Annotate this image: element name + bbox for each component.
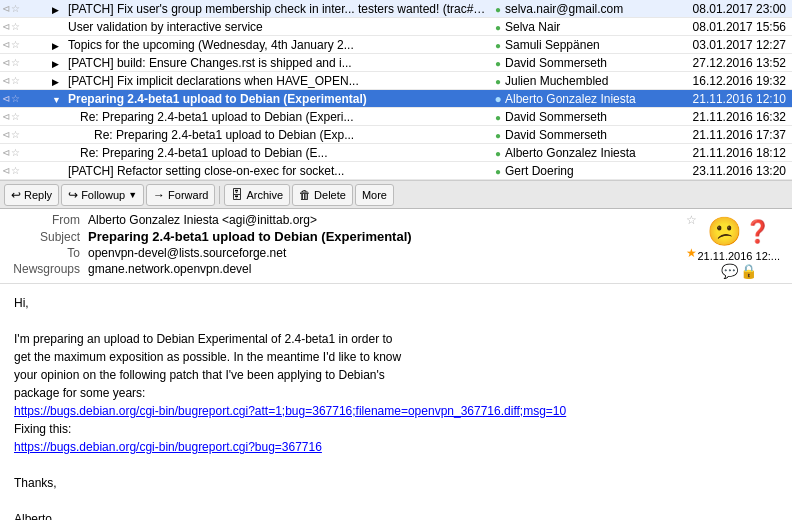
star-icon[interactable]: ☆ bbox=[11, 75, 20, 86]
from-label: From bbox=[8, 213, 88, 227]
email-row[interactable]: ⊲ ☆ ▶ [PATCH] Fix user's group membershi… bbox=[0, 0, 792, 18]
to-row: To openvpn-devel@lists.sourceforge.net ★ bbox=[8, 246, 697, 260]
body-thanks: Thanks, bbox=[14, 474, 778, 492]
row-flags: ⊲ ☆ bbox=[2, 165, 52, 176]
forward-button[interactable]: → Forward bbox=[146, 184, 215, 206]
email-sender: David Sommerseth bbox=[505, 110, 670, 124]
email-row[interactable]: ⊲ ☆ Re: Preparing 2.4-beta1 upload to De… bbox=[0, 144, 792, 162]
read-dot: ● bbox=[491, 128, 505, 142]
flag-icon: ⊲ bbox=[2, 3, 10, 14]
email-row[interactable]: ⊲ ☆ ▶ Topics for the upcoming (Wednesday… bbox=[0, 36, 792, 54]
followup-dropdown-arrow[interactable]: ▼ bbox=[128, 190, 137, 200]
more-button[interactable]: More bbox=[355, 184, 394, 206]
star-icon[interactable]: ☆ bbox=[11, 129, 20, 140]
flag-icon: ⊲ bbox=[2, 93, 10, 104]
expand-btn[interactable]: ▶ bbox=[52, 74, 66, 88]
row-flags: ⊲ ☆ bbox=[2, 21, 52, 32]
email-date: 21.11.2016 17:37 bbox=[670, 128, 790, 142]
delete-button[interactable]: 🗑 Delete bbox=[292, 184, 353, 206]
email-row-selected[interactable]: ⊲ ☆ ▼ Preparing 2.4-beta1 upload to Debi… bbox=[0, 90, 792, 108]
newsgroups-value: gmane.network.openvpn.devel bbox=[88, 262, 697, 276]
subject-label: Subject bbox=[8, 230, 88, 244]
star-icon[interactable]: ☆ bbox=[11, 21, 20, 32]
star-icon[interactable]: ☆ bbox=[11, 93, 20, 104]
star-icon[interactable]: ☆ bbox=[11, 3, 20, 14]
row-flags: ⊲ ☆ bbox=[2, 93, 52, 104]
flag-icon: ⊲ bbox=[2, 21, 10, 32]
email-subject: User validation by interactive service bbox=[66, 20, 491, 34]
star-icon[interactable]: ☆ bbox=[11, 39, 20, 50]
email-date: 16.12.2016 19:32 bbox=[670, 74, 790, 88]
email-row[interactable]: ⊲ ☆ User validation by interactive servi… bbox=[0, 18, 792, 36]
email-subject: Preparing 2.4-beta1 upload to Debian (Ex… bbox=[66, 92, 491, 106]
body-signature: Alberto bbox=[14, 510, 778, 520]
email-date: 08.01.2017 15:56 bbox=[670, 20, 790, 34]
subject-value: Preparing 2.4-beta1 upload to Debian (Ex… bbox=[88, 229, 697, 244]
body-link2[interactable]: https://bugs.debian.org/cgi-bin/bugrepor… bbox=[14, 440, 322, 454]
email-sender: Alberto Gonzalez Iniesta bbox=[505, 146, 670, 160]
reply-icon: ↩ bbox=[11, 188, 21, 202]
subject-row: Subject Preparing 2.4-beta1 upload to De… bbox=[8, 229, 697, 244]
archive-icon: 🗄 bbox=[231, 188, 243, 202]
star-icon[interactable]: ☆ bbox=[11, 147, 20, 158]
body-para1: I'm preparing an upload to Debian Experi… bbox=[14, 330, 778, 402]
read-dot: ● bbox=[491, 56, 505, 70]
flag-icon: ⊲ bbox=[2, 147, 10, 158]
from-row: From Alberto Gonzalez Iniesta <agi@initt… bbox=[8, 213, 697, 227]
emoji-question-icon: ❓ bbox=[744, 219, 771, 245]
newsgroups-label: Newsgroups bbox=[8, 262, 88, 276]
reply-button[interactable]: ↩ Reply bbox=[4, 184, 59, 206]
email-row[interactable]: ⊲ ☆ Re: Preparing 2.4-beta1 upload to De… bbox=[0, 108, 792, 126]
read-dot: ● bbox=[491, 20, 505, 34]
expand-btn[interactable]: ▶ bbox=[52, 38, 66, 52]
email-emoji-area: 😕 ❓ 21.11.2016 12:... 💬 🔒 bbox=[697, 215, 780, 279]
row-flags: ⊲ ☆ bbox=[2, 111, 52, 122]
flag-icon: ⊲ bbox=[2, 111, 10, 122]
flag-icon: ⊲ bbox=[2, 57, 10, 68]
email-date: 27.12.2016 13:52 bbox=[670, 56, 790, 70]
email-date: 08.01.2017 23:00 bbox=[670, 2, 790, 16]
email-subject: [PATCH] Refactor setting close-on-exec f… bbox=[66, 164, 491, 178]
email-sender: Alberto Gonzalez Iniesta bbox=[505, 92, 670, 106]
email-row[interactable]: ⊲ ☆ ▶ [PATCH] Fix implicit declarations … bbox=[0, 72, 792, 90]
email-sender: Samuli Seppänen bbox=[505, 38, 670, 52]
email-row[interactable]: ⊲ ☆ Re: Preparing 2.4-beta1 upload to De… bbox=[0, 126, 792, 144]
expand-btn[interactable]: ▼ bbox=[52, 92, 66, 106]
email-subject: Re: Preparing 2.4-beta1 upload to Debian… bbox=[66, 146, 491, 160]
email-toolbar: ↩ Reply ↪ Followup ▼ → Forward 🗄 Archive… bbox=[0, 181, 792, 209]
expand-btn[interactable]: ▶ bbox=[52, 2, 66, 16]
read-dot: ● bbox=[491, 164, 505, 178]
star-icon[interactable]: ☆ bbox=[11, 111, 20, 122]
star-icon[interactable]: ☆ bbox=[11, 165, 20, 176]
to-star-icon: ★ bbox=[686, 246, 697, 260]
email-row[interactable]: ⊲ ☆ [PATCH] Refactor setting close-on-ex… bbox=[0, 162, 792, 180]
to-value: openvpn-devel@lists.sourceforge.net bbox=[88, 246, 686, 260]
emoji-small-icon1: 💬 bbox=[721, 263, 738, 279]
email-subject: Re: Preparing 2.4-beta1 upload to Debian… bbox=[66, 110, 491, 124]
archive-button[interactable]: 🗄 Archive bbox=[224, 184, 290, 206]
newsgroups-row: Newsgroups gmane.network.openvpn.devel bbox=[8, 262, 697, 276]
flag-icon: ⊲ bbox=[2, 75, 10, 86]
email-body: Hi, I'm preparing an upload to Debian Ex… bbox=[0, 284, 792, 520]
delete-icon: 🗑 bbox=[299, 188, 311, 202]
read-dot: ● bbox=[491, 92, 505, 106]
read-dot: ● bbox=[491, 110, 505, 124]
delete-label: Delete bbox=[314, 189, 346, 201]
from-star-icon[interactable]: ☆ bbox=[686, 213, 697, 227]
email-subject: [PATCH] Fix user's group membership chec… bbox=[66, 2, 491, 16]
star-icon[interactable]: ☆ bbox=[11, 57, 20, 68]
followup-button[interactable]: ↪ Followup ▼ bbox=[61, 184, 144, 206]
email-list: ⊲ ☆ ▶ [PATCH] Fix user's group membershi… bbox=[0, 0, 792, 181]
email-header: From Alberto Gonzalez Iniesta <agi@initt… bbox=[0, 209, 792, 284]
email-row[interactable]: ⊲ ☆ ▶ [PATCH] build: Ensure Changes.rst … bbox=[0, 54, 792, 72]
flag-icon: ⊲ bbox=[2, 165, 10, 176]
date-display: 21.11.2016 12:... bbox=[697, 250, 780, 262]
expand-btn[interactable]: ▶ bbox=[52, 56, 66, 70]
forward-label: Forward bbox=[168, 189, 208, 201]
body-link1[interactable]: https://bugs.debian.org/cgi-bin/bugrepor… bbox=[14, 404, 566, 418]
email-subject: Topics for the upcoming (Wednesday, 4th … bbox=[66, 38, 491, 52]
email-date: 21.11.2016 18:12 bbox=[670, 146, 790, 160]
flag-icon: ⊲ bbox=[2, 129, 10, 140]
read-dot: ● bbox=[491, 146, 505, 160]
email-date: 21.11.2016 12:10 bbox=[670, 92, 790, 106]
